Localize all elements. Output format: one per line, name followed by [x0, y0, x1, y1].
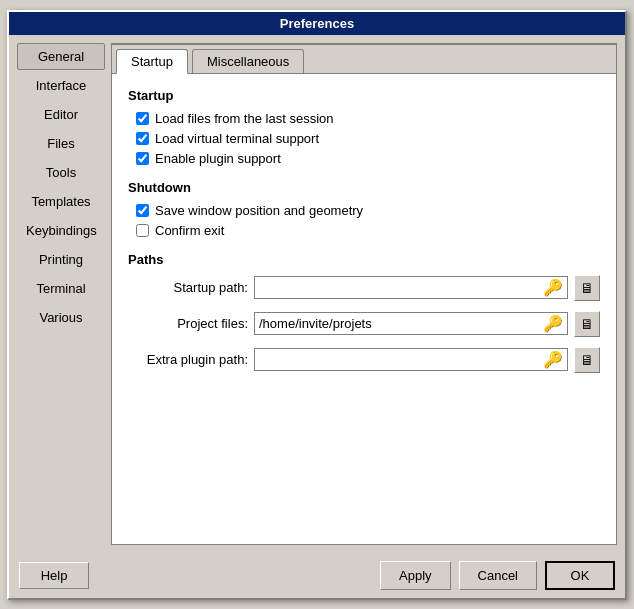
project-files-row: Project files: 🔑 🖥: [128, 311, 600, 337]
checkbox-enable-plugin: Enable plugin support: [136, 151, 600, 166]
tab-startup[interactable]: Startup: [116, 49, 188, 74]
sidebar-item-templates[interactable]: Templates: [17, 188, 105, 215]
help-button[interactable]: Help: [19, 562, 89, 589]
checkbox-load-vt: Load virtual terminal support: [136, 131, 600, 146]
extra-plugin-input[interactable]: [257, 350, 541, 369]
sidebar-item-tools[interactable]: Tools: [17, 159, 105, 186]
sidebar-item-editor[interactable]: Editor: [17, 101, 105, 128]
sidebar-item-printing[interactable]: Printing: [17, 246, 105, 273]
checkbox-load-files: Load files from the last session: [136, 111, 600, 126]
startup-path-row: Startup path: 🔑 🖥: [128, 275, 600, 301]
sidebar-item-various[interactable]: Various: [17, 304, 105, 331]
extra-plugin-clear-btn[interactable]: 🔑: [541, 350, 565, 369]
cancel-button[interactable]: Cancel: [459, 561, 537, 590]
preferences-dialog: Preferences GeneralInterfaceEditorFilesT…: [7, 10, 627, 600]
startup-path-clear-btn[interactable]: 🔑: [541, 278, 565, 297]
paths-section: Paths Startup path: 🔑 🖥 Project files:: [128, 252, 600, 373]
main-panel: StartupMiscellaneous Startup Load files …: [111, 43, 617, 545]
extra-plugin-input-wrap: 🔑: [254, 348, 568, 371]
footer-right: Apply Cancel OK: [380, 561, 615, 590]
project-files-clear-btn[interactable]: 🔑: [541, 314, 565, 333]
dialog-title: Preferences: [9, 12, 625, 35]
startup-path-browse-btn[interactable]: 🖥: [574, 275, 600, 301]
shutdown-section-title: Shutdown: [128, 180, 600, 195]
project-files-browse-btn[interactable]: 🖥: [574, 311, 600, 337]
enable-plugin-checkbox[interactable]: [136, 152, 149, 165]
startup-path-label: Startup path:: [128, 280, 248, 295]
save-window-label: Save window position and geometry: [155, 203, 363, 218]
save-window-checkbox[interactable]: [136, 204, 149, 217]
project-files-label: Project files:: [128, 316, 248, 331]
sidebar-item-files[interactable]: Files: [17, 130, 105, 157]
load-vt-checkbox[interactable]: [136, 132, 149, 145]
extra-plugin-row: Extra plugin path: 🔑 🖥: [128, 347, 600, 373]
load-files-checkbox[interactable]: [136, 112, 149, 125]
dialog-footer: Help Apply Cancel OK: [9, 553, 625, 598]
sidebar-item-keybindings[interactable]: Keybindings: [17, 217, 105, 244]
startup-path-input[interactable]: [257, 278, 541, 297]
checkbox-save-window: Save window position and geometry: [136, 203, 600, 218]
sidebar-item-interface[interactable]: Interface: [17, 72, 105, 99]
paths-section-title: Paths: [128, 252, 600, 267]
apply-button[interactable]: Apply: [380, 561, 451, 590]
tab-content: Startup Load files from the last session…: [112, 74, 616, 544]
project-files-input-wrap: 🔑: [254, 312, 568, 335]
extra-plugin-browse-btn[interactable]: 🖥: [574, 347, 600, 373]
confirm-exit-checkbox[interactable]: [136, 224, 149, 237]
sidebar-item-terminal[interactable]: Terminal: [17, 275, 105, 302]
startup-path-input-wrap: 🔑: [254, 276, 568, 299]
sidebar: GeneralInterfaceEditorFilesToolsTemplate…: [17, 43, 105, 545]
footer-left: Help: [19, 562, 89, 589]
project-files-input[interactable]: [257, 314, 541, 333]
dialog-body: GeneralInterfaceEditorFilesToolsTemplate…: [9, 35, 625, 553]
sidebar-item-general[interactable]: General: [17, 43, 105, 70]
checkbox-confirm-exit: Confirm exit: [136, 223, 600, 238]
load-vt-label: Load virtual terminal support: [155, 131, 319, 146]
tabs-row: StartupMiscellaneous: [112, 45, 616, 74]
startup-section-title: Startup: [128, 88, 600, 103]
ok-button[interactable]: OK: [545, 561, 615, 590]
confirm-exit-label: Confirm exit: [155, 223, 224, 238]
load-files-label: Load files from the last session: [155, 111, 333, 126]
tab-miscellaneous[interactable]: Miscellaneous: [192, 49, 304, 73]
enable-plugin-label: Enable plugin support: [155, 151, 281, 166]
extra-plugin-label: Extra plugin path:: [128, 352, 248, 367]
